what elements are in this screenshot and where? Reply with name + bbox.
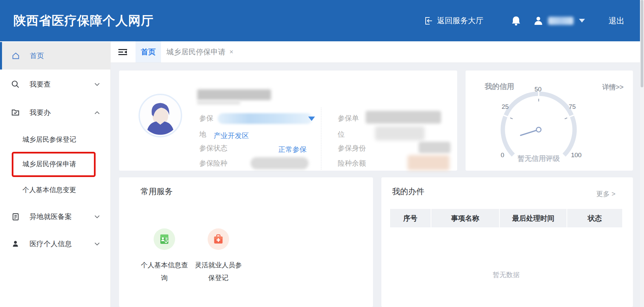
services-title: 常用服务 <box>141 186 173 197</box>
service-item-personal-info-query[interactable]: 个人基本信息查询 <box>139 228 190 284</box>
user-menu-caret-icon[interactable] <box>579 19 585 23</box>
first-aid-kit-icon <box>208 228 229 250</box>
header-actions: 返回服务大厅 退出 <box>424 0 625 41</box>
column-header-seq: 序号 <box>390 209 431 227</box>
insured-status-value: 正常参保 <box>278 145 307 154</box>
app-window: 陕西省医疗保障个人网厅 返回服务大厅 <box>0 0 644 307</box>
header: 陕西省医疗保障个人网厅 返回服务大厅 <box>0 0 644 41</box>
subitem-label: 城乡居民参保登记 <box>22 135 76 144</box>
return-hall-button[interactable]: 返回服务大厅 <box>424 15 483 26</box>
chevron-down-icon <box>95 215 100 218</box>
service-item-flexible-employment-register[interactable]: 灵活就业人员参保登记 <box>193 228 244 284</box>
tab-stop-insurance[interactable]: 城乡居民停保申请 × <box>161 41 239 62</box>
document-icon <box>11 212 20 221</box>
masked-insured-place <box>218 113 312 124</box>
tab-close-icon[interactable]: × <box>229 48 233 56</box>
tab-home[interactable]: 首页 <box>136 41 161 62</box>
tasks-card: 我的办件 更多 > 序号 事项名称 最后处理时间 状态 暂无数据 <box>381 177 633 307</box>
chevron-down-icon <box>95 243 100 246</box>
sidebar-item-home[interactable]: 首页 <box>0 42 111 70</box>
sidebar: 首页 我要查 我要办 <box>0 41 111 307</box>
chevron-up-icon <box>95 111 100 114</box>
main-content: 参保地 产业开发区 参保状态 正常参保 参保险种 参保单位 参保身份 险种余额 <box>111 63 640 307</box>
balance-label: 险种余额 <box>338 159 375 168</box>
sidebar-item-query[interactable]: 我要查 <box>0 70 111 99</box>
return-hall-label: 返回服务大厅 <box>437 15 483 26</box>
credit-detail-link[interactable]: 详情>> <box>602 83 624 92</box>
insured-unit-label: 参保单位 <box>338 110 361 142</box>
masked-insured-identity <box>419 142 450 153</box>
place-dropdown-caret-icon[interactable] <box>308 117 315 121</box>
credit-title: 我的信用 <box>485 82 514 92</box>
username-masked[interactable] <box>548 17 574 25</box>
sidebar-item-label: 我要办 <box>30 108 51 117</box>
tasks-more-link[interactable]: 更多 > <box>596 189 615 199</box>
user-avatar-icon[interactable] <box>533 16 543 26</box>
insured-status-label: 参保状态 <box>199 143 236 153</box>
gauge-pivot <box>536 127 541 132</box>
insured-identity-label: 参保身份 <box>338 143 375 153</box>
tab-label: 首页 <box>141 47 156 57</box>
person-icon <box>11 239 20 248</box>
home-icon <box>11 51 20 60</box>
card-divider <box>321 107 321 170</box>
services-card: 常用服务 个人基本信息查询 <box>119 177 373 307</box>
masked-insurance-type <box>251 157 309 169</box>
sidebar-item-label: 异地就医备案 <box>30 212 72 221</box>
sidebar-subitem-register[interactable]: 城乡居民参保登记 <box>0 126 111 153</box>
column-header-item-name: 事项名称 <box>431 209 499 227</box>
scrollbar-thumb[interactable] <box>641 0 643 87</box>
sidebar-item-label: 我要查 <box>30 80 51 89</box>
sidebar-subitem-info-change[interactable]: 个人基本信息变更 <box>0 175 111 205</box>
gauge-tick-25: 25 <box>501 103 508 110</box>
chevron-down-icon <box>95 83 100 86</box>
sidebar-item-label: 医疗个人信息 <box>30 239 72 249</box>
profile-avatar <box>139 94 182 137</box>
app-title: 陕西省医疗保障个人网厅 <box>13 12 154 29</box>
credit-card: 0 25 50 75 100 我的信用 详情>> 暂无信用评级 <box>466 71 633 171</box>
insurance-type-label: 参保险种 <box>199 159 236 168</box>
masked-balance <box>408 155 449 170</box>
subitem-label: 城乡居民停保申请 <box>22 160 76 169</box>
masked-user-name <box>197 89 271 100</box>
gauge-tick-50: 50 <box>534 86 541 93</box>
page-scrollbar[interactable] <box>640 0 644 307</box>
id-card-icon <box>154 228 175 250</box>
menu-fold-icon[interactable] <box>118 48 127 56</box>
service-label: 灵活就业人员参保登记 <box>193 259 244 284</box>
sidebar-item-handle[interactable]: 我要办 <box>0 99 111 126</box>
return-icon <box>424 16 433 25</box>
insured-place-label: 参保地 <box>199 110 215 142</box>
sidebar-item-remote-medical[interactable]: 异地就医备案 <box>0 205 111 229</box>
search-icon <box>11 80 20 89</box>
notifications-bell-icon[interactable] <box>512 16 521 26</box>
masked-insured-unit-2 <box>375 126 425 140</box>
tab-label: 城乡居民停保申请 <box>166 47 225 57</box>
insured-place-value[interactable]: 产业开发区 <box>214 131 249 140</box>
sidebar-subitem-stop-insurance[interactable]: 城乡居民停保申请 <box>0 153 111 175</box>
tab-bar: 首页 城乡居民停保申请 × <box>111 41 640 63</box>
service-label: 个人基本信息查询 <box>139 259 190 284</box>
masked-user-id <box>197 101 240 104</box>
masked-insured-unit <box>366 111 441 124</box>
sidebar-item-label: 首页 <box>30 51 44 60</box>
tasks-title: 我的办件 <box>392 186 424 197</box>
column-header-status: 状态 <box>567 209 622 227</box>
profile-card: 参保地 产业开发区 参保状态 正常参保 参保险种 参保单位 参保身份 险种余额 <box>119 71 457 171</box>
sidebar-item-medical-personal-info[interactable]: 医疗个人信息 <box>0 229 111 259</box>
logout-button[interactable]: 退出 <box>608 15 625 26</box>
tasks-table-header: 序号 事项名称 最后处理时间 状态 <box>390 209 622 227</box>
column-header-last-time: 最后处理时间 <box>500 209 567 227</box>
tasks-empty-text: 暂无数据 <box>390 270 622 279</box>
folder-check-icon <box>11 108 20 117</box>
subitem-label: 个人基本信息变更 <box>22 185 76 194</box>
gauge-tick-75: 75 <box>569 103 576 110</box>
credit-empty-text: 暂无信用评级 <box>466 154 612 163</box>
